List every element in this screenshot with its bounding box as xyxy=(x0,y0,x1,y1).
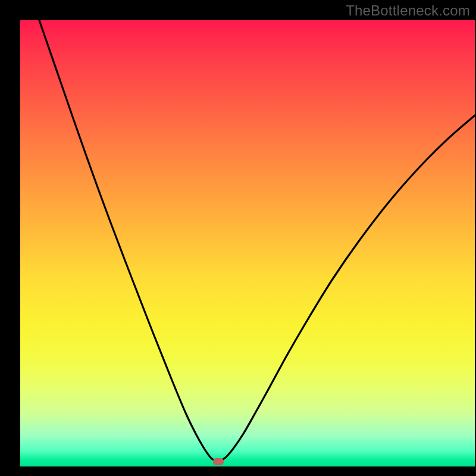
watermark-label: TheBottleneck.com xyxy=(346,2,470,19)
chart-frame: TheBottleneck.com xyxy=(0,0,476,476)
plot-area xyxy=(20,20,475,466)
minimum-marker xyxy=(213,458,224,465)
curve-path xyxy=(39,20,475,461)
bottleneck-curve xyxy=(20,20,475,466)
